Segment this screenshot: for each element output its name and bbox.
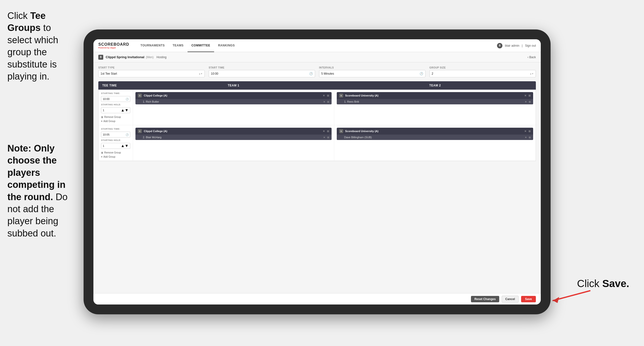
tee-group-row-2: STARTING TIME: 🕐 STARTING HOLE: ▲▼ Remov…	[98, 125, 536, 161]
player-expand-2-1[interactable]: ⊞	[327, 136, 329, 139]
team-expand-1[interactable]: ⊞	[327, 94, 329, 97]
player-remove-2-1[interactable]: ✕	[323, 136, 325, 139]
nav-rankings[interactable]: RANKINGS	[214, 39, 239, 52]
start-type-field: Start Type ▲▼	[98, 66, 205, 77]
sub-header: B Clippd Spring Invitational (Men) Hosti…	[94, 52, 541, 62]
save-button[interactable]: Save	[521, 296, 536, 302]
add-group-btn-2[interactable]: Add Group	[101, 155, 130, 158]
intervals-label: Intervals	[319, 66, 426, 69]
hole-spinner-1[interactable]: ▲▼	[121, 108, 128, 112]
team-remove-1[interactable]: ✕	[323, 94, 325, 97]
logo-powered-text: Powered by	[98, 47, 110, 49]
avatar: B	[497, 43, 502, 48]
click-save-label: Click Save.	[577, 278, 629, 290]
starting-hole-value-2[interactable]	[103, 144, 121, 147]
group-size-label: Group Size	[430, 66, 536, 69]
intervals-input[interactable]	[321, 72, 420, 75]
team-name-4: Scoreboard University (A)	[345, 130, 522, 133]
start-time-input-wrap[interactable]: 🕐	[209, 70, 315, 77]
team-card-actions-1: ✕ ⊞	[323, 94, 329, 97]
clock-icon-1: 🕐	[126, 98, 128, 100]
instruction-text: Click Tee Groups to select which group t…	[7, 10, 58, 81]
player-expand-2-2[interactable]: ⊞	[529, 136, 531, 139]
starting-hole-label-2: STARTING HOLE:	[101, 139, 130, 141]
start-type-spinner[interactable]: ▲▼	[198, 73, 202, 75]
hole-spinner-2[interactable]: ▲▼	[121, 144, 128, 148]
team-card-1: C Clippd College (A) ✕ ⊞ 1. Rich Butler	[136, 92, 332, 104]
start-type-input[interactable]	[100, 72, 198, 75]
team-card-actions-3: ✕ ⊞	[323, 130, 329, 133]
team-badge-2: S	[339, 94, 343, 97]
starting-time-input-1[interactable]: 🕐	[101, 96, 130, 102]
player-remove-2-2[interactable]: ✕	[525, 136, 527, 139]
player-actions-1-2: ✕ ⊞	[525, 100, 531, 103]
team-badge-4: S	[339, 129, 343, 133]
tee-group-cell-team1-1: C Clippd College (A) ✕ ⊞ 1. Rich Butler	[133, 90, 334, 125]
remove-group-btn-1[interactable]: Remove Group	[101, 116, 130, 118]
group-size-spinner[interactable]: ▲▼	[530, 73, 534, 75]
player-remove-1-2[interactable]: ✕	[525, 100, 527, 103]
group-size-input-wrap[interactable]: ▲▼	[430, 70, 536, 77]
nav-committee[interactable]: COMMITTEE	[188, 39, 214, 52]
tournament-subtitle: (Men)	[146, 55, 154, 59]
player-actions-1-1: ✕ ⊞	[323, 100, 329, 103]
player-actions-2-2: ✕ ⊞	[525, 136, 531, 139]
nav-right: B blair admin | Sign out	[497, 43, 536, 48]
player-row-2-1: 2. Blair McHarg ✕ ⊞	[136, 135, 332, 140]
starting-time-label-1: STARTING TIME:	[101, 92, 130, 94]
start-time-input[interactable]	[211, 72, 309, 75]
starting-time-value-2[interactable]	[103, 133, 126, 136]
start-type-input-wrap[interactable]: ▲▼	[98, 70, 205, 77]
starting-hole-input-1[interactable]: ▲▼	[101, 107, 130, 113]
tablet-screen: SCOREBOARD Powered by clippd TOURNAMENTS…	[94, 39, 541, 305]
starting-hole-input-2[interactable]: ▲▼	[101, 143, 130, 149]
th-tee-time: Tee Time	[98, 81, 133, 90]
navbar: SCOREBOARD Powered by clippd TOURNAMENTS…	[94, 39, 541, 52]
team-expand-3[interactable]: ⊞	[327, 130, 329, 133]
team-remove-4[interactable]: ✕	[524, 130, 526, 133]
remove-group-btn-2[interactable]: Remove Group	[101, 151, 130, 154]
nav-tournaments[interactable]: TOURNAMENTS	[137, 39, 169, 52]
sign-out-link[interactable]: Sign out	[525, 44, 536, 47]
note-block: Note: Only choose the players competing …	[0, 137, 79, 244]
starting-hole-value-1[interactable]	[103, 109, 121, 112]
team-expand-2[interactable]: ⊞	[528, 94, 531, 97]
player-expand-1-2[interactable]: ⊞	[529, 100, 531, 103]
player-actions-2-1: ✕ ⊞	[323, 136, 329, 139]
team-name-2: Scoreboard University (A)	[345, 94, 522, 97]
group-size-input[interactable]	[432, 72, 530, 75]
back-button[interactable]: Back	[528, 55, 536, 59]
nav-teams[interactable]: TEAMS	[168, 39, 188, 52]
intervals-field: Intervals 🕐	[319, 66, 426, 77]
pipe: |	[522, 44, 522, 47]
team-remove-3[interactable]: ✕	[323, 130, 325, 133]
reset-changes-button[interactable]: Reset Changes	[471, 296, 499, 302]
team-name-1: Clippd College (A)	[144, 94, 321, 97]
clock-icon: 🕐	[309, 72, 313, 75]
tee-group-cell-team2-1: S Scoreboard University (A) ✕ ⊞ 1. Rees …	[334, 90, 536, 125]
add-group-btn-1[interactable]: Add Group	[101, 120, 130, 123]
cancel-button[interactable]: Cancel	[502, 296, 519, 303]
intervals-input-wrap[interactable]: 🕐	[319, 70, 426, 77]
starting-hole-label-1: STARTING HOLE:	[101, 103, 130, 106]
team-card-actions-2: ✕ ⊞	[524, 94, 531, 97]
player-expand-1-1[interactable]: ⊞	[327, 100, 329, 103]
starting-time-value-1[interactable]	[103, 97, 126, 100]
player-name-1-2: 1. Rees Britt	[344, 100, 525, 103]
player-remove-1-1[interactable]: ✕	[323, 100, 325, 103]
user-label: blair admin	[505, 44, 520, 47]
tee-groups-container: STARTING TIME: 🕐 STARTING HOLE: ▲▼ Remov…	[98, 90, 536, 161]
th-team2: Team 2	[334, 81, 536, 90]
starting-time-input-2[interactable]: 🕐	[101, 132, 130, 137]
tee-group-cell-team2-2: S Scoreboard University (A) ✕ ⊞ Dave Bil…	[334, 125, 536, 161]
team-card-header-1: C Clippd College (A) ✕ ⊞	[136, 92, 332, 99]
tee-group-left-1: STARTING TIME: 🕐 STARTING HOLE: ▲▼ Remov…	[98, 90, 133, 125]
logo-powered: Powered by clippd	[98, 47, 129, 49]
team-expand-4[interactable]: ⊞	[528, 130, 531, 133]
team-card-header-4: S Scoreboard University (A) ✕ ⊞	[337, 128, 533, 135]
intervals-clock-icon: 🕐	[420, 72, 423, 75]
team-card-3: C Clippd College (A) ✕ ⊞ 2. Blair McHarg	[136, 128, 332, 140]
player-name-2-2: Dave Billingham (SUB)	[344, 136, 525, 139]
logo-scoreboard: SCOREBOARD	[98, 42, 129, 47]
team-remove-2[interactable]: ✕	[524, 94, 526, 97]
